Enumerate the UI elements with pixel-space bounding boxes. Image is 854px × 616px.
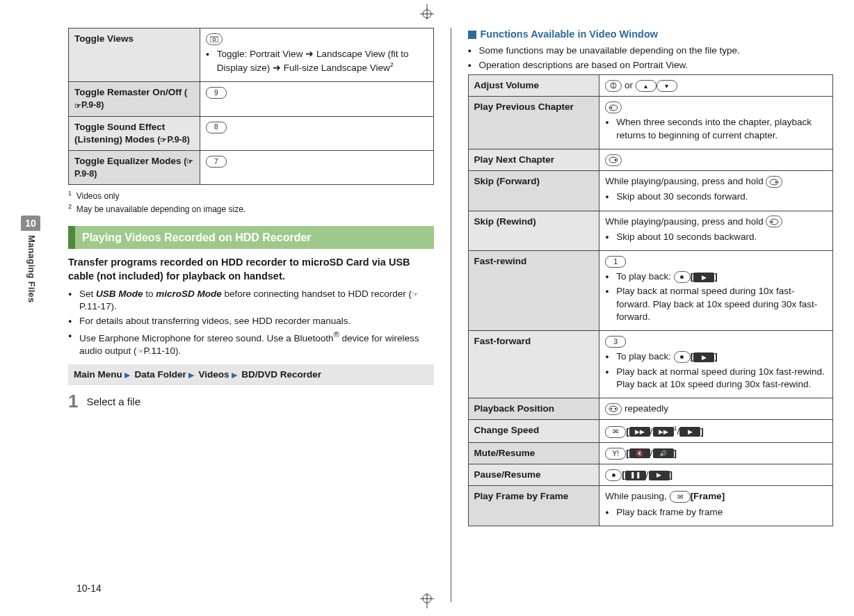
- registration-icon: [413, 4, 441, 19]
- bullet: Skip about 10 seconds backward.: [605, 231, 827, 243]
- step-text: Select a file: [86, 392, 140, 409]
- toggle-desc: Toggle: Portrait View ➜ Landscape View (…: [206, 48, 428, 74]
- mail-key-icon: ✉: [605, 426, 626, 438]
- row-value: While playing/pausing, press and hold Sk…: [599, 211, 833, 250]
- play-icon: ▶: [693, 352, 714, 362]
- intro-line: Operation descriptions are based on Port…: [468, 59, 834, 72]
- chapter-label: Managing Files: [21, 231, 38, 303]
- key-7-icon: 7: [206, 156, 227, 168]
- pointer-icon: ☞: [160, 135, 167, 145]
- row-value: 8: [200, 116, 433, 150]
- registration-icon: [413, 593, 441, 608]
- key-1-icon: 1: [605, 256, 626, 268]
- row-value: [❚❚/▶]: [599, 464, 833, 486]
- svg-point-13: [615, 159, 617, 161]
- section-header: Playing Videos Recorded on HDD Recorder: [68, 226, 434, 250]
- speed-fast-icon: ▶▶: [653, 427, 674, 437]
- sound-icon: 🔊: [653, 448, 674, 458]
- crop-mark-bottom: [413, 593, 441, 612]
- nav-leftright-icon: [605, 403, 622, 415]
- key-9-icon: 9: [206, 87, 227, 99]
- row-label: Fast-forward: [468, 331, 599, 398]
- nav-center-icon: [605, 469, 622, 481]
- svg-point-11: [611, 106, 613, 108]
- row-value: Toggle: Portrait View ➜ Landscape View (…: [200, 29, 433, 82]
- nav-center-icon: [674, 271, 691, 283]
- intro-line: Some functions may be unavailable depend…: [468, 44, 834, 57]
- bullet-usb-mode: Set USB Mode to microSD Mode before conn…: [68, 288, 434, 313]
- row-value: or ▴▾: [599, 75, 833, 97]
- row-value: Y![🔇/🔊]: [599, 442, 833, 464]
- key-8-icon: 8: [206, 122, 227, 133]
- manual-page: 10 Managing Files Toggle Views Toggle: P…: [0, 0, 854, 616]
- speed-slow-icon: ▶▶: [629, 427, 650, 437]
- side-up-icon: ▴: [636, 80, 656, 92]
- footnote-1: Videos only: [76, 191, 120, 201]
- row-label: Skip (Rewind): [468, 211, 599, 250]
- row-label: Play Frame by Frame: [468, 486, 599, 526]
- pointer-icon: ☞: [186, 156, 193, 167]
- row-value: While pausing, ✉[Frame] Play back frame …: [599, 486, 833, 526]
- row-value: repeatedly: [599, 398, 833, 419]
- nav-left-icon: [766, 216, 782, 227]
- triangle-icon: ▶: [229, 371, 239, 379]
- nav-left-icon: [605, 102, 622, 113]
- pointer-icon: ☞: [137, 346, 144, 357]
- row-label: Toggle Sound Effect (Listening) Modes (☞…: [69, 116, 200, 150]
- row-value: 1 To play back: [▶] Play back at normal …: [599, 250, 833, 330]
- functions-table: Adjust Volume or ▴▾ Play Previous Chapte…: [468, 74, 834, 526]
- left-column: Toggle Views Toggle: Portrait View ➜ Lan…: [68, 28, 434, 602]
- menu-path: Main Menu▶ Data Folder▶ Videos▶ BD/DVD R…: [68, 364, 434, 385]
- toggle-table: Toggle Views Toggle: Portrait View ➜ Lan…: [68, 28, 434, 185]
- step-1: 1 Select a file: [68, 392, 434, 410]
- nav-right-icon: [766, 176, 782, 188]
- row-label: Change Speed: [468, 420, 599, 443]
- row-label: Pause/Resume: [468, 464, 599, 486]
- play-icon: ▶: [693, 273, 714, 282]
- camera-icon: [206, 33, 223, 45]
- pause-icon: ❚❚: [625, 471, 646, 480]
- subsection-intro: Some functions may be unavailable depend…: [468, 44, 834, 72]
- mail-key-icon: ✉: [670, 491, 691, 503]
- row-value: 9: [200, 82, 433, 116]
- row-label: Adjust Volume: [468, 75, 599, 97]
- section-title: Playing Videos Recorded on HDD Recorder: [75, 226, 434, 250]
- chapter-tab-rail: 10 Managing Files: [21, 28, 53, 602]
- row-value: [599, 149, 833, 170]
- chapter-number: 10: [21, 216, 40, 231]
- bullet: Play back frame by frame: [605, 506, 827, 519]
- section-bar: [68, 226, 75, 250]
- svg-rect-6: [210, 37, 218, 42]
- svg-point-20: [615, 408, 617, 410]
- play-icon: ▶: [649, 471, 670, 480]
- row-label: Skip (Forward): [468, 171, 599, 211]
- footnotes: 1 Videos only 2 May be unavailable depen…: [68, 189, 434, 214]
- nav-updown-icon: [605, 80, 622, 92]
- row-label: Toggle Equalizer Modes (☞P.9-8): [69, 151, 200, 185]
- row-label: Play Next Chapter: [468, 149, 599, 170]
- row-label: Toggle Remaster On/Off (☞P.9-8): [69, 82, 200, 116]
- svg-point-7: [213, 38, 216, 41]
- bullet-manuals: For details about transferring videos, s…: [68, 315, 434, 327]
- bullet: Play back at normal speed during 10x fas…: [605, 366, 827, 391]
- step-number: 1: [68, 392, 78, 410]
- play-icon: ▶: [679, 427, 700, 437]
- bullet: When three seconds into the chapter, pla…: [605, 116, 827, 141]
- row-label: Toggle Views: [69, 29, 200, 82]
- bullet: Skip about 30 seconds forward.: [605, 191, 827, 203]
- pointer-icon: ☞: [412, 289, 419, 300]
- row-label: Play Previous Chapter: [468, 97, 599, 149]
- nav-center-icon: [674, 351, 691, 363]
- row-label: Playback Position: [468, 398, 599, 419]
- triangle-icon: ▶: [122, 371, 132, 379]
- y-key-icon: Y!: [605, 448, 626, 460]
- row-label: Mute/Resume: [468, 442, 599, 464]
- pointer-icon: ☞: [74, 101, 81, 111]
- triangle-icon: ▶: [186, 371, 196, 379]
- key-3-icon: 3: [605, 336, 626, 348]
- row-value: While playing/pausing, press and hold Sk…: [599, 171, 833, 211]
- chapter-tab: 10 Managing Files: [21, 216, 40, 303]
- row-label: Fast-rewind: [468, 250, 599, 330]
- svg-point-19: [611, 408, 613, 410]
- row-value: 3 To play back: [▶] Play back at normal …: [599, 331, 833, 398]
